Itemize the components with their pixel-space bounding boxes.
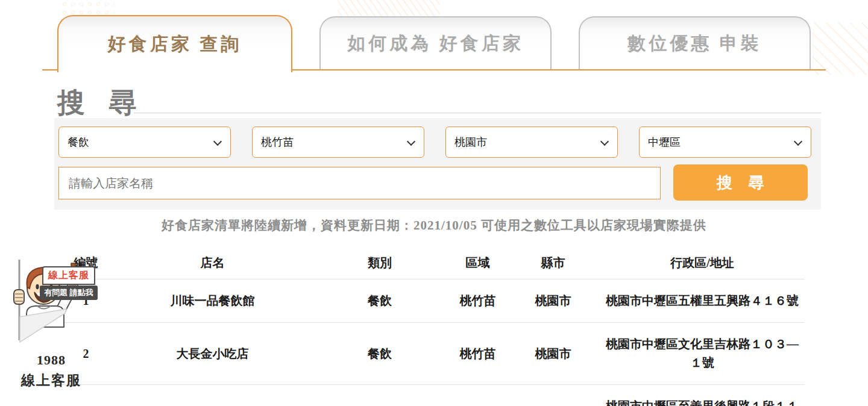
- service-phone-number: 1988: [0, 352, 102, 368]
- table-row: 3 原味廣東粥 餐飲 桃竹苗 桃園市 桃園市中壢區至善里後興路１段１１號: [57, 385, 805, 406]
- cell-city: 桃園市: [506, 385, 600, 406]
- table-row: 2 大長金小吃店 餐飲 桃竹苗 桃園市 桃園市中壢區文化里吉林路１０３—１號: [57, 323, 805, 385]
- cell-category: 餐飲: [310, 385, 449, 406]
- cell-store: 川味一品餐飲館: [115, 280, 310, 323]
- region-select-wrap: 桃竹苗: [252, 126, 424, 158]
- col-header-region: 區域: [449, 249, 506, 280]
- cell-city: 桃園市: [506, 323, 600, 385]
- cell-region: 桃竹苗: [449, 280, 506, 323]
- background-chevron-pattern: [813, 23, 868, 75]
- service-caption: 線上客服: [0, 371, 102, 390]
- update-notice: 好食店家清單將陸續新增，資料更新日期：2021/10/05 可使用之數位工具以店…: [0, 217, 868, 234]
- category-select[interactable]: 餐飲: [59, 127, 230, 157]
- city-select[interactable]: 桃園市: [446, 127, 617, 157]
- search-button[interactable]: 搜 尋: [673, 164, 808, 201]
- cell-store: 原味廣東粥: [115, 385, 310, 406]
- cell-category: 餐飲: [310, 280, 449, 323]
- cell-category: 餐飲: [310, 323, 449, 385]
- service-sign[interactable]: 線上客服 有問題 請點我: [42, 266, 95, 300]
- store-name-input[interactable]: [58, 167, 661, 199]
- cell-address: 桃園市中壢區至善里後興路１段１１號: [600, 385, 805, 406]
- col-header-city: 縣市: [506, 249, 600, 280]
- service-sign-title: 線上客服: [42, 266, 95, 285]
- district-select-wrap: 中壢區: [639, 126, 811, 158]
- tab-store-search-label: 好食店家 查詢: [108, 32, 242, 57]
- cell-address: 桃園市中壢區五權里五興路４１６號: [600, 280, 805, 323]
- district-select[interactable]: 中壢區: [640, 127, 811, 157]
- customer-service-widget[interactable]: 線上客服 有問題 請點我 1988 線上客服: [0, 256, 102, 406]
- tab-become-store[interactable]: 如何成為 好食店家: [319, 16, 552, 69]
- table-header-row: 編號 店名 類別 區域 縣市 行政區/地址: [57, 249, 805, 280]
- heading-divider: [134, 113, 821, 113]
- cell-region: 桃竹苗: [449, 323, 506, 385]
- cell-store: 大長金小吃店: [115, 323, 310, 385]
- cell-region: 桃竹苗: [449, 385, 506, 406]
- category-select-wrap: 餐飲: [58, 126, 231, 158]
- store-search-page: 好食店家 查詢 如何成為 好食店家 數位優惠 申裝 搜 尋 餐飲 桃竹苗 桃園市: [0, 0, 868, 406]
- search-panel: 餐飲 桃竹苗 桃園市 中壢區 搜 尋: [54, 118, 821, 210]
- service-sign-subtitle: 有問題 請點我: [40, 286, 98, 300]
- col-header-category: 類別: [310, 249, 449, 280]
- store-table: 編號 店名 類別 區域 縣市 行政區/地址 1 川味一品餐飲館 餐飲 桃竹苗 桃…: [57, 249, 805, 406]
- region-select[interactable]: 桃竹苗: [253, 127, 424, 157]
- tab-store-search[interactable]: 好食店家 查詢: [57, 15, 292, 72]
- col-header-store: 店名: [115, 249, 310, 280]
- cell-city: 桃園市: [506, 280, 600, 323]
- col-header-address: 行政區/地址: [600, 249, 805, 280]
- search-heading: 搜 尋: [57, 84, 145, 122]
- city-select-wrap: 桃園市: [445, 126, 618, 158]
- tab-become-store-label: 如何成為 好食店家: [347, 31, 524, 56]
- tab-digital-discount[interactable]: 數位優惠 申裝: [579, 16, 811, 69]
- cell-address: 桃園市中壢區文化里吉林路１０３—１號: [600, 323, 805, 385]
- tab-digital-discount-label: 數位優惠 申裝: [627, 31, 762, 56]
- table-row: 1 川味一品餐飲館 餐飲 桃竹苗 桃園市 桃園市中壢區五權里五興路４１６號: [57, 280, 805, 323]
